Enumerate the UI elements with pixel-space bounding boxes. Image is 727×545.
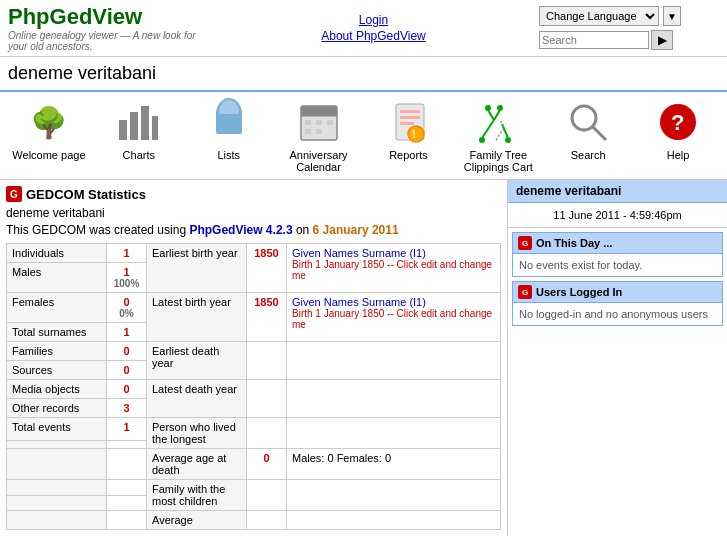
logo-title: PhpGedView xyxy=(8,4,208,30)
navigation-bar: 🌳 Welcome page Charts Lists xyxy=(0,92,727,180)
left-panel: G GEDCOM Statistics deneme veritabani Th… xyxy=(0,180,507,536)
svg-point-19 xyxy=(408,126,424,142)
label-empty4 xyxy=(7,495,107,511)
val-avg-age: 0 xyxy=(247,449,287,480)
svg-rect-10 xyxy=(305,120,311,125)
gedcom-version: PhpGedView 4.2.3 xyxy=(189,223,292,237)
val-earliest-death-year xyxy=(247,342,287,380)
label-avg-age: Average age at death xyxy=(147,449,247,480)
search-button[interactable]: ▶ xyxy=(651,30,673,50)
gedcom-info: This GEDCOM was created using PhpGedView… xyxy=(6,223,501,237)
nav-item-charts[interactable]: Charts xyxy=(94,98,184,161)
val-earliest-birth-year: 1850 xyxy=(247,244,287,293)
info-earliest-death xyxy=(287,342,501,380)
familytree-icon xyxy=(474,98,522,146)
table-row: Families 0 Earliest death year xyxy=(7,342,501,361)
nav-item-reports[interactable]: ! Reports xyxy=(364,98,454,161)
nav-item-anniversary[interactable]: Anniversary Calendar xyxy=(274,98,364,173)
nav-item-welcome[interactable]: 🌳 Welcome page xyxy=(4,98,94,161)
nav-label-lists: Lists xyxy=(217,149,240,161)
val-latest-death-year xyxy=(247,380,287,418)
users-logged-in-title: Users Logged In xyxy=(536,286,622,298)
svg-line-21 xyxy=(482,120,494,138)
header-right: Change Language ▼ ▶ xyxy=(539,6,719,50)
nav-item-search[interactable]: Search xyxy=(543,98,633,161)
lists-icon xyxy=(205,98,253,146)
label-males: Males xyxy=(7,263,107,293)
svg-line-30 xyxy=(593,127,606,140)
widget-users-header: G Users Logged In xyxy=(513,282,722,303)
detail-earliest-birth: Birth 1 January 1850 -- Click edit and c… xyxy=(292,259,495,281)
login-link[interactable]: Login xyxy=(208,13,539,27)
svg-text:!: ! xyxy=(412,128,416,140)
nav-item-lists[interactable]: Lists xyxy=(184,98,274,161)
label-average: Average xyxy=(147,511,247,530)
search-row: ▶ xyxy=(539,30,719,50)
logo-subtitle: Online genealogy viewer — A new look for… xyxy=(8,30,208,52)
val-most-children-year xyxy=(247,480,287,511)
widget-users-logged-in: G Users Logged In No logged-in and no an… xyxy=(512,281,723,326)
val-total-events: 1 xyxy=(107,418,147,441)
val-media: 0 xyxy=(107,380,147,399)
val-total-surnames: 1 xyxy=(107,323,147,342)
info-latest-birth: Given Names Surname (I1) Birth 1 January… xyxy=(287,293,501,342)
info-avg-age: Males: 0 Females: 0 xyxy=(287,449,501,480)
info-most-children xyxy=(287,480,501,511)
svg-point-25 xyxy=(479,137,485,143)
label-latest-death: Latest death year xyxy=(147,380,247,418)
nav-label-anniversary: Anniversary Calendar xyxy=(290,149,348,173)
about-link[interactable]: About PhpGedView xyxy=(208,29,539,43)
val-empty xyxy=(107,440,147,448)
val-families: 0 xyxy=(107,342,147,361)
label-total-surnames: Total surnames xyxy=(7,323,107,342)
label-empty5 xyxy=(7,511,107,530)
search-nav-icon xyxy=(564,98,612,146)
stats-title: GEDCOM Statistics xyxy=(26,187,146,202)
label-total-events: Total events xyxy=(7,418,107,441)
stats-section-header: G GEDCOM Statistics xyxy=(6,186,501,202)
label-empty2 xyxy=(7,449,107,480)
name-latest-birth[interactable]: Given Names Surname (I1) xyxy=(292,296,495,308)
svg-rect-8 xyxy=(301,106,337,116)
label-females: Females xyxy=(7,293,107,323)
label-empty xyxy=(7,440,107,448)
label-longest-lived: Person who lived the longest xyxy=(147,418,247,449)
svg-rect-2 xyxy=(141,106,149,140)
svg-rect-14 xyxy=(316,129,322,134)
table-row: Total events 1 Person who lived the long… xyxy=(7,418,501,441)
header: PhpGedView Online genealogy viewer — A n… xyxy=(0,0,727,57)
detail-latest-birth: Birth 1 January 1850 -- Click edit and c… xyxy=(292,308,495,330)
val-other-records: 3 xyxy=(107,399,147,418)
logo-php: Php xyxy=(8,4,50,29)
on-this-day-body: No events exist for today. xyxy=(513,254,722,276)
name-earliest-birth[interactable]: Given Names Surname (I1) xyxy=(292,247,495,259)
charts-icon xyxy=(115,98,163,146)
info-latest-death xyxy=(287,380,501,418)
stats-db-name: deneme veritabani xyxy=(6,206,501,220)
svg-rect-17 xyxy=(400,116,420,119)
svg-point-27 xyxy=(497,105,503,111)
nav-label-charts: Charts xyxy=(123,149,155,161)
val-empty4 xyxy=(107,495,147,511)
lang-arrow-button[interactable]: ▼ xyxy=(663,6,681,26)
svg-rect-12 xyxy=(327,120,333,125)
language-select[interactable]: Change Language xyxy=(539,6,659,26)
nav-item-familytree[interactable]: Family Tree Clippings Cart xyxy=(453,98,543,173)
stats-icon: G xyxy=(6,186,22,202)
svg-rect-13 xyxy=(305,129,311,134)
on-this-day-icon: G xyxy=(518,236,532,250)
svg-line-23 xyxy=(494,110,500,120)
lang-row: Change Language ▼ xyxy=(539,6,719,26)
val-males: 1 100% xyxy=(107,263,147,293)
calendar-icon xyxy=(295,98,343,146)
nav-item-help[interactable]: ? Help xyxy=(633,98,723,161)
table-row: Individuals 1 Earliest birth year 1850 G… xyxy=(7,244,501,263)
nav-label-familytree: Family Tree Clippings Cart xyxy=(464,149,533,173)
label-other-records: Other records xyxy=(7,399,107,418)
svg-rect-18 xyxy=(400,122,414,125)
right-panel-title: deneme veritabani xyxy=(508,180,727,203)
label-media: Media objects xyxy=(7,380,107,399)
svg-line-22 xyxy=(488,110,494,120)
label-individuals: Individuals xyxy=(7,244,107,263)
search-input[interactable] xyxy=(539,31,649,49)
